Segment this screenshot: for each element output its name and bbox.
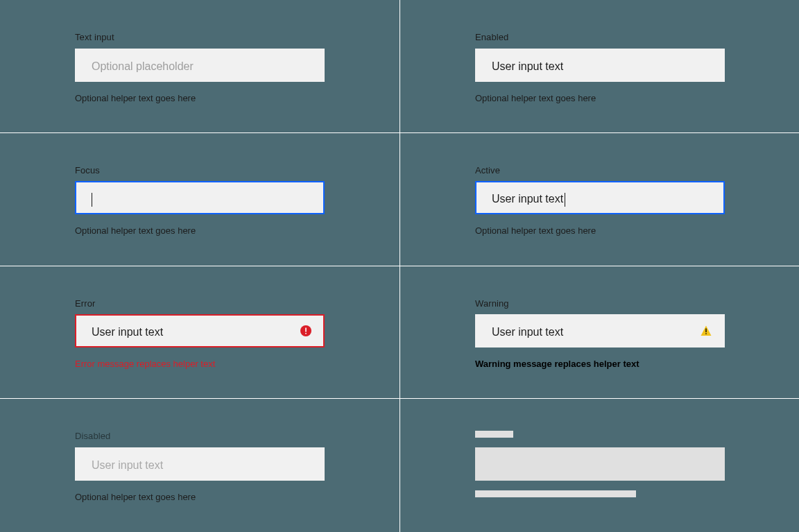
field-helper: Optional helper text goes here xyxy=(75,93,325,104)
svg-rect-1 xyxy=(305,328,307,332)
state-active: Active User input text Optional helper t… xyxy=(400,133,799,266)
field-label: Focus xyxy=(75,165,325,176)
state-disabled: Disabled User input text Optional helper… xyxy=(0,399,400,532)
active-field[interactable]: User input text xyxy=(475,181,725,214)
text-caret-icon xyxy=(565,193,565,207)
field-value: User input text xyxy=(92,326,163,338)
state-text-input: Text input Optional placeholder Optional… xyxy=(0,0,400,133)
focus-field[interactable] xyxy=(75,181,325,214)
svg-rect-2 xyxy=(305,333,307,334)
field-label: Active xyxy=(475,165,725,176)
field-placeholder: Optional placeholder xyxy=(92,60,194,72)
field-value: User input text xyxy=(92,459,163,471)
svg-rect-5 xyxy=(705,333,706,334)
text-input-field[interactable]: Optional placeholder xyxy=(75,49,325,82)
field-label: Disabled xyxy=(75,431,325,442)
error-field[interactable]: User input text xyxy=(75,314,325,347)
field-error-message: Error message replaces helper text xyxy=(75,359,325,370)
field-helper: Optional helper text goes here xyxy=(75,492,325,503)
field-helper: Optional helper text goes here xyxy=(475,225,725,237)
state-focus: Focus Optional helper text goes here xyxy=(0,133,400,266)
field-value: User input text xyxy=(492,193,563,205)
field-warning-message: Warning message replaces helper text xyxy=(475,359,725,370)
field-helper: Optional helper text goes here xyxy=(475,93,725,104)
disabled-field: User input text xyxy=(75,447,325,481)
field-label: Error xyxy=(75,298,325,309)
field-label: Enabled xyxy=(475,32,725,43)
field-helper: Optional helper text goes here xyxy=(75,225,325,237)
state-skeleton xyxy=(400,399,799,532)
field-label: Text input xyxy=(75,32,325,43)
field-label: Warning xyxy=(475,298,725,309)
warning-icon xyxy=(700,325,712,337)
error-icon xyxy=(300,325,312,337)
svg-rect-4 xyxy=(705,329,706,333)
text-caret-icon xyxy=(92,193,92,207)
field-value: User input text xyxy=(492,60,563,72)
skeleton-helper-icon xyxy=(475,490,636,497)
warning-field[interactable]: User input text xyxy=(475,314,725,347)
state-warning: Warning User input text Warning message … xyxy=(400,266,799,400)
state-error: Error User input text Error message repl… xyxy=(0,266,400,400)
skeleton-field-icon xyxy=(475,447,725,481)
enabled-field[interactable]: User input text xyxy=(475,49,725,82)
state-enabled: Enabled User input text Optional helper … xyxy=(400,0,799,133)
field-value: User input text xyxy=(492,326,563,338)
skeleton-label-icon xyxy=(475,431,513,438)
